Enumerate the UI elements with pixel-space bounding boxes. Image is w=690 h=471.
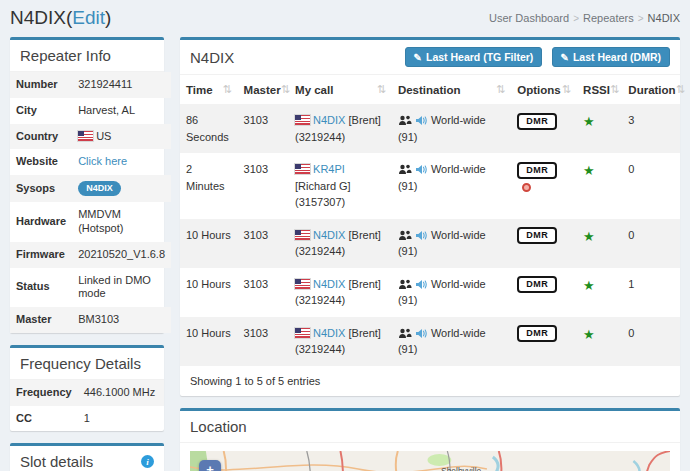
info-icon[interactable]: i: [141, 455, 154, 468]
sort-icon[interactable]: [610, 83, 619, 96]
slot-details-title: Slot details: [20, 453, 93, 470]
last-heard-row: 10 Hours 3103 N4DIX [Brent] (3219244) Wo…: [180, 219, 680, 268]
voice-icon: [415, 164, 427, 175]
options-cell: DMR: [511, 317, 577, 366]
sysop-badge[interactable]: N4DIX: [78, 181, 121, 196]
row-value: Click here: [72, 149, 171, 175]
row-value: Harvest, AL: [72, 98, 171, 124]
master-cell: 3103: [238, 317, 289, 366]
my-call-cell: N4DIX [Brent] (3219244): [289, 219, 392, 268]
dmr-badge: DMR: [517, 227, 557, 244]
master-cell: 3103: [238, 219, 289, 268]
duration-cell: 0: [622, 153, 680, 219]
rssi-star-icon: [583, 231, 595, 243]
last-heard-buttons: Last Heard (TG Filter) Last Heard (DMR): [400, 47, 670, 67]
duration-cell: 0: [622, 317, 680, 366]
options-cell: DMR: [511, 219, 577, 268]
breadcrumb-current: N4DIX: [648, 12, 680, 24]
callsign-link[interactable]: KR4PI: [313, 163, 345, 175]
options-cell: DMR: [511, 104, 577, 153]
sort-icon[interactable]: [377, 83, 386, 96]
row-label: Firmware: [10, 242, 72, 268]
rssi-cell: [577, 219, 622, 268]
voice-icon: [415, 115, 427, 126]
time-cell: 10 Hours: [180, 219, 238, 268]
top-bar: N4DIX(Edit) User Dashboard>Repeaters>N4D…: [10, 5, 680, 30]
last-heard-card: N4DIX Last Heard (TG Filter) Last Heard …: [180, 37, 680, 396]
table-row: Frequency 446.1000 MHz: [10, 380, 164, 406]
table-row: CC 1: [10, 406, 164, 432]
master-cell: 3103: [238, 268, 289, 317]
location-card: Location: [180, 408, 680, 471]
edit-link[interactable]: Edit: [72, 7, 105, 28]
map-tiles: Shelbyville Chattanooga Clevel: [190, 451, 670, 471]
table-row: City Harvest, AL: [10, 98, 171, 124]
sort-icon[interactable]: [676, 83, 685, 96]
breadcrumb-repeaters[interactable]: Repeaters: [583, 12, 634, 24]
time-cell: 10 Hours: [180, 268, 238, 317]
table-row: Firmware 20210520_V1.6.8: [10, 242, 171, 268]
callsign-link[interactable]: N4DIX: [313, 278, 345, 290]
map-zoom-control: + −: [199, 460, 221, 471]
rssi-cell: [577, 104, 622, 153]
my-call-cell: N4DIX [Brent] (3219244): [289, 268, 392, 317]
breadcrumb-user-dashboard[interactable]: User Dashboard: [489, 12, 569, 24]
callsign-link[interactable]: N4DIX: [313, 327, 345, 339]
frequency-details-header: Frequency Details: [10, 348, 164, 380]
sort-icon[interactable]: [562, 83, 571, 96]
repeater-info-card: Repeater Info Number 321924411 City Harv…: [10, 37, 164, 333]
edit-square-icon: [561, 51, 569, 63]
column-header-my-call[interactable]: My call: [289, 75, 392, 104]
row-label: Website: [10, 149, 72, 175]
column-header-destination[interactable]: Destination: [392, 75, 511, 104]
us-flag-icon: [295, 328, 310, 338]
talkgroup-icon: [398, 279, 412, 290]
rssi-star-icon: [583, 165, 595, 177]
rssi-star-icon: [583, 280, 595, 292]
location-title: Location: [190, 418, 247, 435]
callsign-link[interactable]: N4DIX: [313, 229, 345, 241]
us-flag-icon: [295, 230, 310, 240]
last-heard-tg-filter-button[interactable]: Last Heard (TG Filter): [405, 47, 543, 67]
row-value: N4DIX: [72, 175, 171, 202]
column-header-duration[interactable]: Duration: [622, 75, 680, 104]
table-row: Website Click here: [10, 149, 171, 175]
column-header-options[interactable]: Options: [511, 75, 577, 104]
sort-icon[interactable]: [222, 83, 231, 96]
row-value: 446.1000 MHz: [78, 380, 164, 406]
options-cell: DMR: [511, 153, 577, 219]
sort-icon[interactable]: [496, 83, 505, 96]
last-heard-header: N4DIX Last Heard (TG Filter) Last Heard …: [180, 40, 680, 75]
destination-cell: World-wide (91): [392, 268, 511, 317]
us-flag-icon: [295, 164, 310, 174]
row-label: City: [10, 98, 72, 124]
column-label: Master: [244, 84, 281, 96]
button-label: Last Heard (TG Filter): [426, 51, 533, 63]
map[interactable]: Shelbyville Chattanooga Clevel + −: [190, 451, 670, 471]
breadcrumb: User Dashboard>Repeaters>N4DIX: [489, 12, 680, 24]
column-label: Time: [186, 84, 213, 96]
column-header-master[interactable]: Master: [238, 75, 289, 104]
column-header-time[interactable]: Time: [180, 75, 238, 104]
sort-icon[interactable]: [281, 83, 290, 96]
table-row: Hardware MMDVM (Hotspot): [10, 202, 171, 242]
column-header-rssi[interactable]: RSSI: [577, 75, 622, 104]
voice-icon: [415, 279, 427, 290]
main-content: N4DIX Last Heard (TG Filter) Last Heard …: [180, 37, 680, 471]
destination-cell: World-wide (91): [392, 219, 511, 268]
page: N4DIX(Edit) User Dashboard>Repeaters>N4D…: [0, 0, 690, 471]
last-heard-title: N4DIX: [190, 49, 234, 66]
left-sidebar: Repeater Info Number 321924411 City Harv…: [10, 37, 164, 471]
last-heard-row: 10 Hours 3103 N4DIX [Brent] (3219244) Wo…: [180, 268, 680, 317]
zoom-in-button[interactable]: +: [199, 460, 221, 471]
column-label: RSSI: [583, 84, 610, 96]
last-heard-row: 86 Seconds 3103 N4DIX [Brent] (3219244) …: [180, 104, 680, 153]
frequency-details-table: Frequency 446.1000 MHz CC 1: [10, 380, 164, 432]
callsign-link[interactable]: N4DIX: [313, 114, 345, 126]
last-heard-dmr-button[interactable]: Last Heard (DMR): [552, 47, 670, 67]
column-label: My call: [295, 84, 333, 96]
row-label: Status: [10, 268, 72, 308]
website-link[interactable]: Click here: [78, 155, 127, 167]
row-label: Country: [10, 124, 72, 150]
my-call-cell: KR4PI [Richard G] (3157307): [289, 153, 392, 219]
